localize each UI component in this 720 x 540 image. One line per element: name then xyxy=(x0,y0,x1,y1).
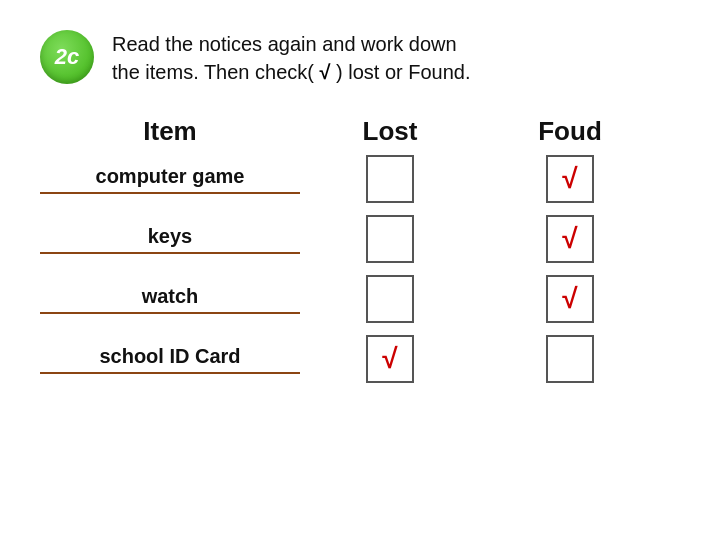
lost-checkbox-1[interactable] xyxy=(366,155,414,203)
activity-badge: 2c xyxy=(40,30,94,84)
lost-check-cell[interactable]: √ xyxy=(300,335,480,383)
found-checkmark-3: √ xyxy=(562,285,577,313)
lost-checkmark-4: √ xyxy=(382,345,397,373)
found-checkmark-2: √ xyxy=(562,225,577,253)
column-found-header: Foud xyxy=(480,116,660,147)
activity-table: Item Lost Foud computer game √ key xyxy=(40,116,680,520)
instruction-text: Read the notices again and work down the… xyxy=(112,30,471,86)
lost-checkbox-4[interactable]: √ xyxy=(366,335,414,383)
instruction-line1: Read the notices again and work down xyxy=(112,33,457,55)
column-lost-header: Lost xyxy=(300,116,480,147)
found-checkbox-4[interactable] xyxy=(546,335,594,383)
item-label-cell: computer game xyxy=(40,165,300,194)
table-row: keys √ xyxy=(40,215,680,263)
found-check-cell[interactable]: √ xyxy=(480,155,660,203)
lost-checkbox-3[interactable] xyxy=(366,275,414,323)
found-checkbox-1[interactable]: √ xyxy=(546,155,594,203)
item-label: watch xyxy=(142,285,199,307)
table-row: school ID Card √ xyxy=(40,335,680,383)
table-row: watch √ xyxy=(40,275,680,323)
badge-label: 2c xyxy=(55,44,79,70)
header: 2c Read the notices again and work down … xyxy=(40,30,680,86)
item-label: computer game xyxy=(96,165,245,187)
lost-check-cell[interactable] xyxy=(300,215,480,263)
found-check-cell[interactable]: √ xyxy=(480,215,660,263)
instruction-line3: ) lost or Found. xyxy=(336,61,471,83)
found-check-cell[interactable]: √ xyxy=(480,275,660,323)
item-label-cell: school ID Card xyxy=(40,345,300,374)
item-label: keys xyxy=(148,225,193,247)
item-label-cell: watch xyxy=(40,285,300,314)
lost-check-cell[interactable] xyxy=(300,275,480,323)
column-item-header: Item xyxy=(40,116,300,147)
found-checkmark-1: √ xyxy=(562,165,577,193)
item-label-cell: keys xyxy=(40,225,300,254)
table-row: computer game √ xyxy=(40,155,680,203)
found-checkbox-3[interactable]: √ xyxy=(546,275,594,323)
table-header-row: Item Lost Foud xyxy=(40,116,680,147)
found-checkbox-2[interactable]: √ xyxy=(546,215,594,263)
found-check-cell[interactable] xyxy=(480,335,660,383)
instruction-line2: the items. Then check( xyxy=(112,61,314,83)
page: 2c Read the notices again and work down … xyxy=(0,0,720,540)
lost-checkbox-2[interactable] xyxy=(366,215,414,263)
sqrt-symbol: √ xyxy=(314,61,336,83)
lost-check-cell[interactable] xyxy=(300,155,480,203)
item-label: school ID Card xyxy=(99,345,240,367)
